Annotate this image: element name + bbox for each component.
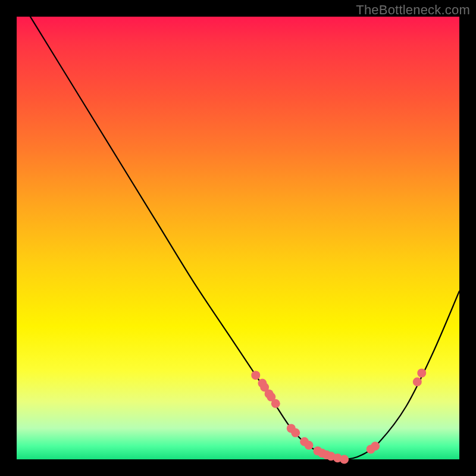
bottleneck-curve — [17, 0, 459, 459]
marker-dot — [371, 441, 380, 450]
watermark-text: TheBottleneck.com — [356, 2, 470, 18]
marker-dot — [251, 371, 260, 380]
marker-dot — [271, 399, 280, 408]
marker-dot — [417, 368, 426, 377]
marker-dot — [340, 455, 349, 464]
marker-dot — [291, 428, 300, 437]
chart-plot-area — [17, 17, 459, 459]
marker-dot — [413, 377, 422, 386]
bottleneck-chart-svg — [17, 17, 459, 459]
marker-dot — [305, 441, 314, 450]
